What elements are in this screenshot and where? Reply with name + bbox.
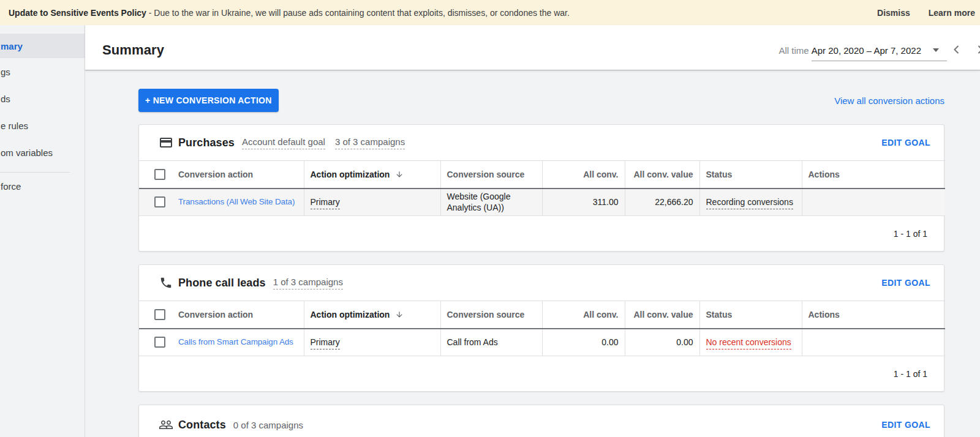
- goal-title: Purchases: [178, 136, 235, 149]
- sidebar-item-value-rules[interactable]: e rules: [0, 112, 85, 139]
- status-badge[interactable]: No recent conversions: [706, 337, 791, 349]
- conversion-actions-table: Conversion action Action optimization Co…: [139, 160, 945, 216]
- goal-title: Phone call leads: [178, 277, 266, 289]
- banner-title: Update to Sensitive Events Policy: [9, 8, 146, 18]
- column-all-conv[interactable]: All conv.: [583, 170, 618, 179]
- column-conversion-source[interactable]: Conversion source: [447, 310, 525, 319]
- chevron-left-icon: [952, 45, 960, 56]
- campaigns-count-link[interactable]: 1 of 3 campaigns: [273, 277, 343, 289]
- date-range-dropdown[interactable]: Apr 20, 2020 – Apr 7, 2022: [812, 38, 947, 62]
- column-action-optimization[interactable]: Action optimization: [311, 170, 390, 179]
- caret-down-icon: [933, 48, 939, 52]
- page-header: Summary All time Apr 20, 2020 – Apr 7, 2…: [85, 25, 980, 70]
- edit-goal-button[interactable]: EDIT GOAL: [881, 278, 930, 288]
- row-checkbox[interactable]: [154, 337, 165, 348]
- sidebar-item-settings[interactable]: gs: [0, 58, 85, 85]
- goal-card-contacts: Contacts 0 of 3 campaigns EDIT GOAL: [138, 405, 944, 437]
- column-all-conv[interactable]: All conv.: [583, 310, 618, 319]
- all-conv-value: 0.00: [542, 329, 625, 356]
- account-default-goal-link[interactable]: Account default goal: [242, 136, 325, 149]
- conversion-action-link[interactable]: Transactions (All Web Site Data): [178, 196, 295, 207]
- table-header-row: Conversion action Action optimization Co…: [139, 301, 945, 329]
- column-conversion-action: Conversion action: [178, 310, 253, 319]
- new-conversion-action-button[interactable]: + NEW CONVERSION ACTION: [138, 89, 279, 112]
- pagination-label: 1 - 1 of 1: [139, 216, 944, 251]
- all-conv-value-value: 0.00: [625, 329, 699, 356]
- column-conversion-action: Conversion action: [178, 170, 253, 179]
- goal-card-purchases: Purchases Account default goal 3 of 3 ca…: [138, 124, 944, 252]
- content-area: + NEW CONVERSION ACTION View all convers…: [85, 70, 980, 437]
- date-preset-label: All time: [779, 45, 809, 56]
- column-all-conv-value[interactable]: All conv. value: [634, 170, 693, 179]
- row-actions-cell: [802, 189, 945, 216]
- contacts-icon: [159, 417, 173, 432]
- goal-card-phone-call-leads: Phone call leads 1 of 3 campaigns EDIT G…: [138, 264, 944, 392]
- sort-descending-icon: [395, 310, 404, 319]
- column-action-optimization[interactable]: Action optimization: [311, 310, 390, 319]
- action-optimization-value[interactable]: Primary: [311, 337, 340, 349]
- chevron-right-icon: [977, 45, 980, 56]
- table-header-row: Conversion action Action optimization Co…: [139, 161, 945, 189]
- column-actions: Actions: [809, 170, 840, 179]
- column-all-conv-value[interactable]: All conv. value: [634, 310, 693, 319]
- pagination-label: 1 - 1 of 1: [139, 356, 944, 391]
- row-checkbox[interactable]: [154, 196, 165, 207]
- select-all-checkbox[interactable]: [154, 169, 165, 180]
- credit-card-icon: [159, 135, 173, 150]
- banner-message: Update to Sensitive Events Policy - Due …: [9, 8, 877, 18]
- learn-more-button[interactable]: Learn more: [929, 8, 975, 18]
- conversion-actions-table: Conversion action Action optimization Co…: [139, 301, 945, 356]
- sidebar-item-custom-variables[interactable]: om variables: [0, 139, 85, 166]
- conversion-source-value: Call from Ads: [440, 329, 542, 356]
- campaigns-count-label: 0 of 3 campaigns: [233, 420, 303, 430]
- row-actions-cell: [802, 329, 945, 356]
- column-status[interactable]: Status: [706, 310, 733, 319]
- date-range-picker: All time Apr 20, 2020 – Apr 7, 2022: [772, 31, 980, 70]
- next-period-button[interactable]: [968, 38, 980, 62]
- date-range-value: Apr 20, 2020 – Apr 7, 2022: [812, 45, 921, 56]
- conversion-action-link[interactable]: Calls from Smart Campaign Ads: [178, 337, 293, 348]
- conversion-source-value: Website (Google Analytics (UA)): [440, 189, 542, 216]
- all-conv-value: 311.00: [542, 189, 625, 216]
- phone-icon: [159, 275, 173, 290]
- sidebar-item-summary[interactable]: mary: [0, 34, 85, 58]
- column-status[interactable]: Status: [706, 170, 733, 179]
- promo-banner: Update to Sensitive Events Policy - Due …: [0, 0, 980, 25]
- select-all-checkbox[interactable]: [154, 309, 165, 320]
- status-badge[interactable]: Recording conversions: [706, 197, 793, 209]
- table-row: Transactions (All Web Site Data) Primary…: [139, 189, 945, 216]
- action-optimization-value[interactable]: Primary: [311, 197, 340, 209]
- column-conversion-source[interactable]: Conversion source: [447, 170, 525, 179]
- table-row: Calls from Smart Campaign Ads Primary Ca…: [139, 329, 945, 356]
- all-conv-value-value: 22,666.20: [625, 189, 699, 216]
- conversions-subnav: mary gs ds e rules om variables force: [0, 25, 85, 437]
- sort-descending-icon: [395, 170, 404, 179]
- previous-period-button[interactable]: [944, 38, 968, 62]
- goal-title: Contacts: [178, 419, 226, 431]
- dismiss-button[interactable]: Dismiss: [877, 8, 910, 18]
- edit-goal-button[interactable]: EDIT GOAL: [881, 420, 930, 430]
- page-title: Summary: [102, 42, 164, 58]
- banner-body: - Due to the war in Ukraine, we will pau…: [146, 8, 570, 18]
- column-actions: Actions: [809, 310, 840, 319]
- conversions-toolbar: + NEW CONVERSION ACTION View all convers…: [138, 89, 944, 112]
- campaigns-count-link[interactable]: 3 of 3 campaigns: [335, 136, 405, 149]
- edit-goal-button[interactable]: EDIT GOAL: [881, 138, 930, 148]
- sidebar-item-salesforce[interactable]: force: [0, 173, 85, 200]
- view-all-conversion-actions-link[interactable]: View all conversion actions: [834, 95, 944, 106]
- sidebar-item-uploads[interactable]: ds: [0, 85, 85, 112]
